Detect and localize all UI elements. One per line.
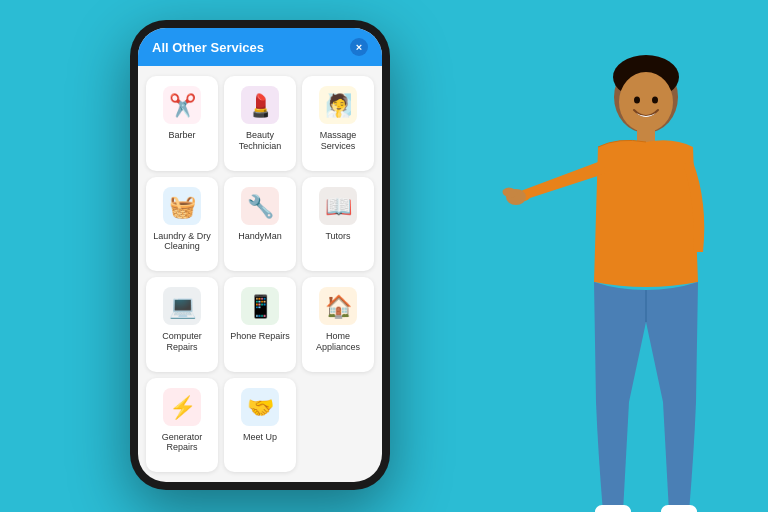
generator-repairs-label: GeneratorRepairs bbox=[162, 432, 203, 454]
meet-up-label: Meet Up bbox=[243, 432, 277, 443]
service-item-barber[interactable]: ✂️ Barber bbox=[146, 76, 218, 171]
service-item-phone-repairs[interactable]: 📱 Phone Repairs bbox=[224, 277, 296, 372]
svg-point-25 bbox=[634, 97, 640, 104]
barber-icon: ✂️ bbox=[161, 84, 203, 126]
service-item-beauty-technician[interactable]: 💄 BeautyTechnician bbox=[224, 76, 296, 171]
handyman-icon: 🔧 bbox=[239, 185, 281, 227]
svg-rect-32 bbox=[595, 505, 631, 512]
svg-text:⚡: ⚡ bbox=[169, 394, 197, 421]
phone-repairs-label: Phone Repairs bbox=[230, 331, 290, 342]
svg-text:🧖: 🧖 bbox=[325, 92, 353, 119]
generator-repairs-icon: ⚡ bbox=[161, 386, 203, 428]
svg-text:📖: 📖 bbox=[325, 193, 353, 220]
svg-text:🧺: 🧺 bbox=[169, 193, 197, 220]
svg-text:✂️: ✂️ bbox=[169, 92, 197, 119]
beauty-technician-label: BeautyTechnician bbox=[239, 130, 282, 152]
svg-text:🤝: 🤝 bbox=[247, 394, 275, 421]
svg-rect-33 bbox=[661, 505, 697, 512]
home-appliances-label: HomeAppliances bbox=[316, 331, 360, 353]
svg-text:📱: 📱 bbox=[247, 293, 275, 320]
app-header: All Other Services × bbox=[138, 28, 382, 66]
service-item-massage-services[interactable]: 🧖 MassageServices bbox=[302, 76, 374, 171]
laundry-icon: 🧺 bbox=[161, 185, 203, 227]
computer-repairs-label: ComputerRepairs bbox=[162, 331, 202, 353]
services-grid: ✂️ Barber 💄 BeautyTechnician bbox=[138, 66, 382, 482]
svg-point-26 bbox=[652, 97, 658, 104]
svg-text:💄: 💄 bbox=[247, 92, 275, 119]
phone-screen: All Other Services × ✂️ Barber bbox=[138, 28, 382, 482]
service-item-meet-up[interactable]: 🤝 Meet Up bbox=[224, 378, 296, 473]
beauty-technician-icon: 💄 bbox=[239, 84, 281, 126]
massage-services-icon: 🧖 bbox=[317, 84, 359, 126]
close-button[interactable]: × bbox=[350, 38, 368, 56]
computer-repairs-icon: 💻 bbox=[161, 285, 203, 327]
home-appliances-icon: 🏠 bbox=[317, 285, 359, 327]
service-item-home-appliances[interactable]: 🏠 HomeAppliances bbox=[302, 277, 374, 372]
svg-text:🔧: 🔧 bbox=[247, 193, 275, 220]
massage-services-label: MassageServices bbox=[320, 130, 357, 152]
svg-text:🏠: 🏠 bbox=[325, 293, 353, 320]
svg-text:💻: 💻 bbox=[169, 293, 197, 320]
service-item-computer-repairs[interactable]: 💻 ComputerRepairs bbox=[146, 277, 218, 372]
barber-label: Barber bbox=[168, 130, 195, 141]
phone-mockup: All Other Services × ✂️ Barber bbox=[130, 20, 390, 490]
service-item-tutors[interactable]: 📖 Tutors bbox=[302, 177, 374, 272]
meet-up-icon: 🤝 bbox=[239, 386, 281, 428]
service-item-laundry[interactable]: 🧺 Laundry & DryCleaning bbox=[146, 177, 218, 272]
phone-frame: All Other Services × ✂️ Barber bbox=[130, 20, 390, 490]
handyman-label: HandyMan bbox=[238, 231, 282, 242]
laundry-label: Laundry & DryCleaning bbox=[153, 231, 211, 253]
svg-point-24 bbox=[619, 72, 673, 132]
person-illustration bbox=[498, 22, 738, 512]
tutors-label: Tutors bbox=[325, 231, 350, 242]
service-item-handyman[interactable]: 🔧 HandyMan bbox=[224, 177, 296, 272]
phone-repairs-icon: 📱 bbox=[239, 285, 281, 327]
tutors-icon: 📖 bbox=[317, 185, 359, 227]
service-item-generator-repairs[interactable]: ⚡ GeneratorRepairs bbox=[146, 378, 218, 473]
app-title: All Other Services bbox=[152, 40, 264, 55]
